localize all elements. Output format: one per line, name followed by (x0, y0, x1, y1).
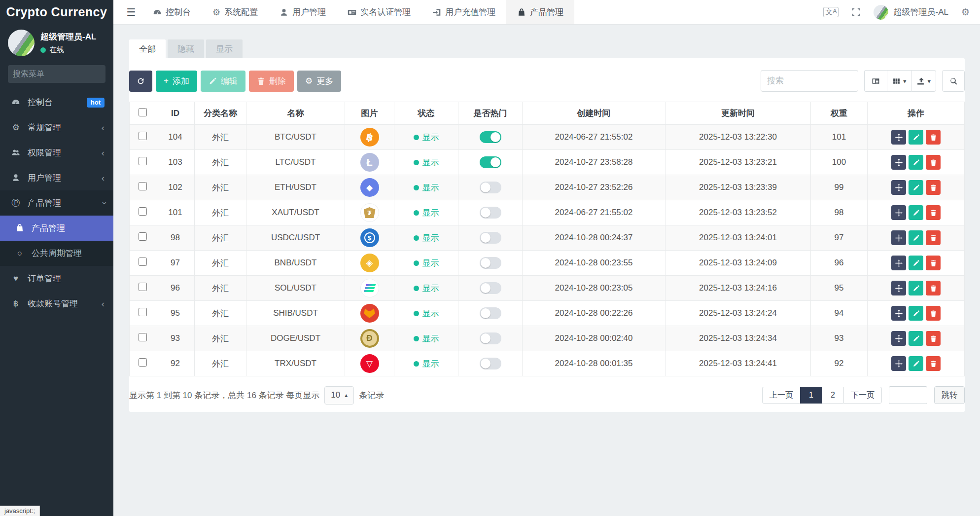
move-row-button[interactable] (891, 180, 906, 195)
add-button[interactable]: +添加 (156, 71, 197, 92)
edit-row-button[interactable] (909, 331, 923, 346)
delete-row-button[interactable] (926, 256, 941, 270)
edit-button[interactable]: 编辑 (201, 71, 245, 92)
row-checkbox[interactable] (139, 333, 147, 341)
edit-row-button[interactable] (909, 230, 923, 245)
delete-button[interactable]: 删除 (249, 71, 294, 92)
hot-toggle[interactable] (480, 156, 501, 168)
edit-row-button[interactable] (909, 356, 923, 371)
jump-page-input[interactable] (889, 386, 927, 404)
row-hot (458, 326, 523, 351)
hot-toggle[interactable] (480, 232, 501, 244)
page-2-button[interactable]: 2 (822, 387, 843, 404)
sidebar-item-users[interactable]: 用户管理 ‹ (0, 165, 113, 190)
page-size-dropdown[interactable]: 10 ▴ (324, 386, 354, 405)
delete-row-button[interactable] (926, 130, 941, 145)
move-row-button[interactable] (891, 356, 906, 371)
move-row-button[interactable] (891, 256, 906, 270)
tab-all[interactable]: 全部 (129, 39, 166, 58)
edit-row-button[interactable] (909, 281, 923, 295)
ltc-coin-icon: Ł (360, 153, 379, 172)
row-checkbox[interactable] (139, 283, 147, 291)
translate-icon[interactable]: 文A (823, 7, 839, 18)
edit-row-button[interactable] (909, 130, 923, 145)
hot-toggle[interactable] (480, 358, 501, 369)
sidebar-item-permissions[interactable]: 权限管理 ‹ (0, 140, 113, 165)
row-checkbox[interactable] (139, 157, 147, 165)
sidebar-item-general[interactable]: ⚙ 常规管理 ‹ (0, 115, 113, 140)
hot-toggle[interactable] (480, 332, 501, 344)
hot-toggle[interactable] (480, 282, 501, 294)
move-row-button[interactable] (891, 130, 906, 145)
hot-toggle[interactable] (480, 257, 501, 269)
sign-in-icon (432, 8, 441, 17)
nav-tab-system-config[interactable]: ⚙ 系统配置 (202, 0, 269, 24)
row-checkbox[interactable] (139, 132, 147, 140)
navbar-user-menu[interactable]: 超级管理员-AL (874, 5, 948, 20)
sidebar-item-public-cycle[interactable]: ○ 公共周期管理 (0, 241, 113, 266)
sidebar-item-payment-accounts[interactable]: ฿ 收款账号管理 ‹ (0, 291, 113, 316)
move-row-button[interactable] (891, 306, 906, 321)
nav-tab-user-management[interactable]: 用户管理 (269, 0, 337, 24)
move-row-button[interactable] (891, 281, 906, 295)
nav-tab-recharge-management[interactable]: 用户充值管理 (421, 0, 506, 24)
table-search-input[interactable] (761, 70, 858, 92)
next-page-button[interactable]: 下一页 (843, 387, 882, 404)
row-checkbox[interactable] (139, 258, 147, 266)
delete-row-button[interactable] (926, 180, 941, 195)
delete-row-button[interactable] (926, 230, 941, 245)
delete-row-button[interactable] (926, 331, 941, 346)
sidebar-item-dashboard[interactable]: 控制台 hot (0, 90, 113, 115)
fullscreen-icon[interactable] (851, 7, 861, 17)
bnb-coin-icon: ◈ (360, 254, 379, 272)
page-1-button[interactable]: 1 (800, 387, 822, 404)
tab-hidden[interactable]: 隐藏 (168, 39, 204, 58)
tab-shown[interactable]: 显示 (206, 39, 243, 58)
jump-button[interactable]: 跳转 (934, 386, 965, 404)
edit-row-button[interactable] (909, 306, 923, 321)
row-checkbox[interactable] (139, 232, 147, 241)
search-button[interactable] (942, 70, 965, 92)
nav-tab-dashboard[interactable]: 控制台 (142, 0, 202, 24)
delete-row-button[interactable] (926, 356, 941, 371)
delete-row-button[interactable] (926, 155, 941, 170)
edit-row-button[interactable] (909, 256, 923, 270)
hot-toggle[interactable] (480, 307, 501, 319)
more-button[interactable]: ⚙更多 (297, 71, 341, 92)
move-row-button[interactable] (891, 230, 906, 245)
hot-toggle[interactable] (480, 131, 501, 143)
export-button[interactable]: ▾ (911, 70, 936, 92)
edit-row-button[interactable] (909, 205, 923, 220)
sidebar-toggle-button[interactable]: ☰ (120, 0, 142, 24)
refresh-button[interactable] (129, 71, 152, 92)
select-all-checkbox[interactable] (139, 108, 147, 116)
nav-tab-kyc-management[interactable]: 实名认证管理 (337, 0, 421, 24)
sidebar-item-orders[interactable]: ♥ 订单管理 (0, 266, 113, 291)
row-checkbox[interactable] (139, 207, 147, 216)
card-view-button[interactable] (864, 70, 887, 92)
settings-gears-icon[interactable]: ⚙ (961, 6, 970, 18)
sidebar-search-input[interactable] (13, 70, 115, 78)
delete-row-button[interactable] (926, 205, 941, 220)
hot-toggle[interactable] (480, 207, 501, 219)
row-status: 显示 (394, 301, 458, 326)
edit-row-button[interactable] (909, 180, 923, 195)
edit-row-button[interactable] (909, 155, 923, 170)
row-checkbox[interactable] (139, 308, 147, 316)
sidebar-item-product-management[interactable]: 产品管理 (0, 216, 113, 241)
move-row-button[interactable] (891, 205, 906, 220)
move-row-button[interactable] (891, 155, 906, 170)
table-row: 102外汇ETH/USDT◆显示2024-10-27 23:52:262025-… (130, 175, 965, 200)
columns-button[interactable]: ▾ (887, 70, 911, 92)
sidebar-item-products-parent[interactable]: Ⓟ 产品管理 ‹ (0, 190, 113, 216)
row-checkbox[interactable] (139, 358, 147, 367)
row-checkbox[interactable] (139, 182, 147, 190)
hot-toggle[interactable] (480, 182, 501, 193)
prev-page-button[interactable]: 上一页 (762, 387, 800, 404)
nav-tab-product-management[interactable]: 产品管理 (506, 0, 574, 24)
row-updated: 2025-12-03 13:24:41 (665, 351, 811, 376)
delete-row-button[interactable] (926, 281, 941, 295)
delete-row-button[interactable] (926, 306, 941, 321)
table-header-row: ID 分类名称 名称 图片 状态 是否热门 创建时间 更新时间 权重 操作 (130, 102, 965, 125)
move-row-button[interactable] (891, 331, 906, 346)
